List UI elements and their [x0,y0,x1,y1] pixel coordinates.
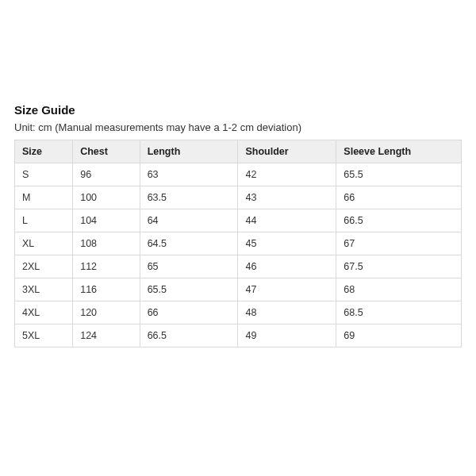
cell-size: 2XL [15,255,73,278]
table-row: 3XL11665.54768 [15,278,462,301]
header-size: Size [15,140,73,163]
unit-note: Unit: cm (Manual measurements may have a… [14,121,462,133]
table-row: L104644466.5 [15,209,462,232]
table-row: 4XL120664868.5 [15,301,462,324]
cell-size: L [15,209,73,232]
cell-chest: 96 [73,163,140,186]
header-sleeve: Sleeve Length [336,140,462,163]
cell-sleeve: 67.5 [336,255,462,278]
cell-shoulder: 48 [238,301,336,324]
cell-chest: 100 [73,186,140,209]
cell-chest: 116 [73,278,140,301]
cell-size: 4XL [15,301,73,324]
cell-shoulder: 43 [238,186,336,209]
cell-shoulder: 46 [238,255,336,278]
cell-sleeve: 66 [336,186,462,209]
cell-size: XL [15,232,73,255]
cell-length: 66 [140,301,238,324]
cell-shoulder: 49 [238,324,336,347]
cell-length: 65.5 [140,278,238,301]
cell-chest: 124 [73,324,140,347]
table-row: 2XL112654667.5 [15,255,462,278]
header-length: Length [140,140,238,163]
page-title: Size Guide [14,103,462,117]
cell-size: 3XL [15,278,73,301]
table-row: S96634265.5 [15,163,462,186]
cell-sleeve: 65.5 [336,163,462,186]
cell-length: 66.5 [140,324,238,347]
table-row: M10063.54366 [15,186,462,209]
cell-length: 63.5 [140,186,238,209]
cell-sleeve: 66.5 [336,209,462,232]
cell-size: M [15,186,73,209]
cell-sleeve: 67 [336,232,462,255]
table-row: XL10864.54567 [15,232,462,255]
cell-chest: 104 [73,209,140,232]
header-chest: Chest [73,140,140,163]
cell-sleeve: 68.5 [336,301,462,324]
cell-sleeve: 69 [336,324,462,347]
cell-shoulder: 47 [238,278,336,301]
cell-size: 5XL [15,324,73,347]
cell-chest: 112 [73,255,140,278]
cell-shoulder: 42 [238,163,336,186]
cell-size: S [15,163,73,186]
cell-length: 63 [140,163,238,186]
size-guide-table: Size Chest Length Shoulder Sleeve Length… [14,140,462,347]
table-row: 5XL12466.54969 [15,324,462,347]
cell-chest: 120 [73,301,140,324]
cell-shoulder: 44 [238,209,336,232]
cell-length: 64 [140,209,238,232]
cell-shoulder: 45 [238,232,336,255]
table-header-row: Size Chest Length Shoulder Sleeve Length [15,140,462,163]
cell-length: 65 [140,255,238,278]
cell-length: 64.5 [140,232,238,255]
header-shoulder: Shoulder [238,140,336,163]
cell-sleeve: 68 [336,278,462,301]
cell-chest: 108 [73,232,140,255]
